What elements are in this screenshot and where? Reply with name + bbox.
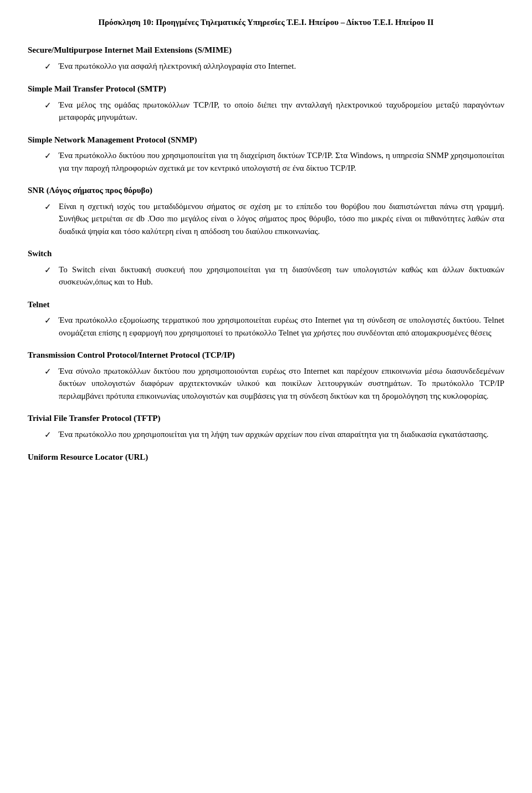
heading-telnet: Telnet bbox=[28, 298, 504, 311]
bullet-item: ✓Ένα πρωτόκολλο εξομοίωσης τερματικού πο… bbox=[44, 314, 504, 339]
bullet-text: Το Switch είναι δικτυακή συσκευή που χρη… bbox=[59, 263, 504, 288]
section-url: Uniform Resource Locator (URL) bbox=[28, 451, 504, 464]
checkmark-icon: ✓ bbox=[44, 60, 57, 73]
checkmark-icon: ✓ bbox=[44, 150, 57, 162]
checkmark-icon: ✓ bbox=[44, 429, 57, 441]
bullet-text: Ένα μέλος της ομάδας πρωτοκόλλων TCP/IP,… bbox=[59, 99, 504, 124]
bullet-item: ✓Είναι η σχετική ισχύς του μεταδιδόμενου… bbox=[44, 200, 504, 238]
bullet-item: ✓Το Switch είναι δικτυακή συσκευή που χρ… bbox=[44, 263, 504, 288]
heading-switch: Switch bbox=[28, 247, 504, 260]
checkmark-icon: ✓ bbox=[44, 314, 57, 327]
section-smime: Secure/Multipurpose Internet Mail Extens… bbox=[28, 44, 504, 73]
section-telnet: Telnet✓Ένα πρωτόκολλο εξομοίωσης τερματι… bbox=[28, 298, 504, 339]
bullet-text: Ένα πρωτόκολλο δικτύου που χρησιμοποιείτ… bbox=[59, 149, 504, 174]
bullet-item: ✓Ένα σύνολο πρωτοκόλλων δικτύου που χρησ… bbox=[44, 365, 504, 403]
bullet-item: ✓Ένα πρωτόκολλο για ασφαλή ηλεκτρονική α… bbox=[44, 60, 504, 73]
section-tcpip: Transmission Control Protocol/Internet P… bbox=[28, 349, 504, 402]
heading-tftp: Trivial File Transfer Protocol (TFTP) bbox=[28, 412, 504, 425]
section-smtp: Simple Mail Transfer Protocol (SMTP)✓Ένα… bbox=[28, 83, 504, 124]
heading-tcpip: Transmission Control Protocol/Internet P… bbox=[28, 349, 504, 362]
checkmark-icon: ✓ bbox=[44, 365, 57, 378]
heading-url: Uniform Resource Locator (URL) bbox=[28, 451, 504, 464]
sections-container: Secure/Multipurpose Internet Mail Extens… bbox=[28, 44, 504, 464]
checkmark-icon: ✓ bbox=[44, 99, 57, 112]
bullet-text: Ένα σύνολο πρωτοκόλλων δικτύου που χρησι… bbox=[59, 365, 504, 403]
heading-smime: Secure/Multipurpose Internet Mail Extens… bbox=[28, 44, 504, 57]
checkmark-icon: ✓ bbox=[44, 201, 57, 214]
bullet-text: Ένα πρωτόκολλο εξομοίωσης τερματικού που… bbox=[59, 314, 504, 339]
heading-smtp: Simple Mail Transfer Protocol (SMTP) bbox=[28, 83, 504, 95]
bullet-text: Ένα πρωτόκολλο που χρησιμοποιείται για τ… bbox=[59, 428, 504, 441]
section-snmp: Simple Network Management Protocol (SNMP… bbox=[28, 134, 504, 175]
page-title: Πρόσκληση 10: Προηγμένες Τηλεματικές Υπη… bbox=[28, 17, 504, 28]
section-tftp: Trivial File Transfer Protocol (TFTP)✓Έν… bbox=[28, 412, 504, 441]
bullet-item: ✓Ένα πρωτόκολλο δικτύου που χρησιμοποιεί… bbox=[44, 149, 504, 174]
heading-snmp: Simple Network Management Protocol (SNMP… bbox=[28, 134, 504, 146]
bullet-item: ✓Ένα μέλος της ομάδας πρωτοκόλλων TCP/IP… bbox=[44, 99, 504, 124]
bullet-text: Είναι η σχετική ισχύς του μεταδιδόμενου … bbox=[59, 200, 504, 238]
section-snr: SNR (Λόγος σήματος προς θόρυβο)✓Είναι η … bbox=[28, 184, 504, 237]
bullet-text: Ένα πρωτόκολλο για ασφαλή ηλεκτρονική αλ… bbox=[59, 60, 504, 73]
section-switch: Switch✓Το Switch είναι δικτυακή συσκευή … bbox=[28, 247, 504, 288]
heading-snr: SNR (Λόγος σήματος προς θόρυβο) bbox=[28, 184, 504, 197]
checkmark-icon: ✓ bbox=[44, 264, 57, 277]
bullet-item: ✓Ένα πρωτόκολλο που χρησιμοποιείται για … bbox=[44, 428, 504, 441]
